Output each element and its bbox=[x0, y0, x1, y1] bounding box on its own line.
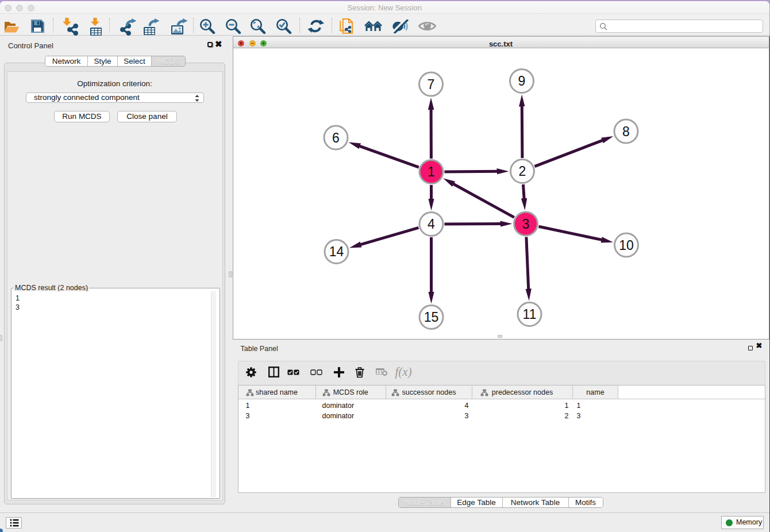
svg-text:2: 2 bbox=[518, 164, 526, 179]
svg-text:1: 1 bbox=[428, 164, 435, 179]
svg-text:6: 6 bbox=[332, 130, 340, 145]
svg-text:9: 9 bbox=[518, 74, 525, 88]
svg-text:14: 14 bbox=[329, 244, 344, 259]
svg-text:3: 3 bbox=[522, 216, 529, 231]
svg-text:4: 4 bbox=[428, 217, 435, 232]
svg-text:7: 7 bbox=[427, 76, 434, 91]
svg-text:15: 15 bbox=[424, 310, 438, 325]
svg-text:10: 10 bbox=[619, 237, 634, 252]
svg-text:8: 8 bbox=[622, 124, 630, 138]
svg-text:11: 11 bbox=[522, 307, 536, 322]
